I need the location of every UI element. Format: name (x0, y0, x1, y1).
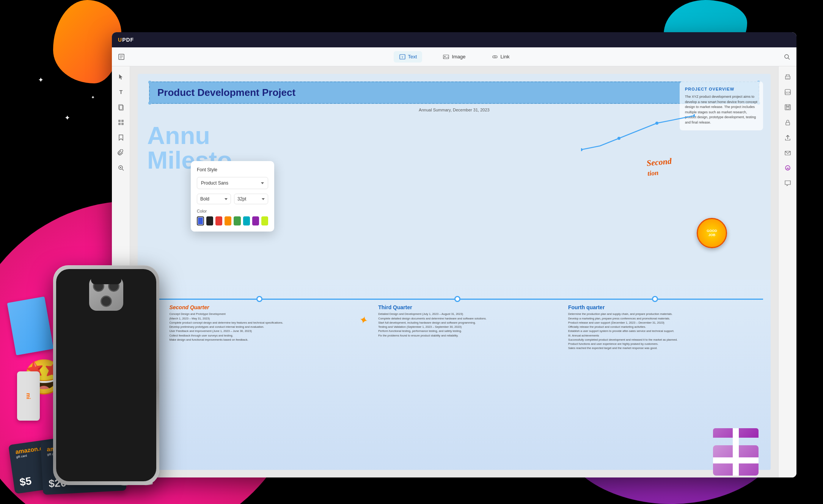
toolbar-left (118, 53, 125, 60)
svg-text:AI: AI (786, 167, 789, 170)
right-ocr-icon[interactable]: OCR (782, 86, 794, 98)
right-mail-icon[interactable] (782, 147, 794, 159)
color-swatch-black[interactable] (206, 216, 213, 225)
mi-label: mi (25, 393, 31, 399)
logo-accent: U (118, 37, 122, 43)
title-bar: UPDF (112, 32, 796, 47)
chart-svg (581, 112, 695, 157)
color-swatch-purple[interactable] (252, 216, 259, 225)
overview-title: PROJECT OVERVIEW (685, 87, 758, 91)
svg-point-23 (655, 122, 658, 125)
toolbar-link-item[interactable]: Link (486, 51, 515, 63)
right-comment-icon[interactable] (782, 177, 794, 189)
color-swatch-yellow-green[interactable] (261, 216, 268, 225)
color-swatch-orange[interactable] (225, 216, 231, 225)
color-swatch-red[interactable] (215, 216, 222, 225)
pdf-canvas: Product Development Project Annual Summa… (130, 66, 778, 477)
fourth-quarter-section: Fourth quarter Determine the production … (568, 304, 758, 350)
sidebar-zoom-icon[interactable] (115, 162, 127, 174)
color-label: Color (197, 209, 268, 213)
second-quarter-handwritten: Second tion (646, 156, 673, 178)
third-quarter-title: Third Quarter (378, 304, 530, 310)
toolbar-text-label: Text (408, 54, 417, 59)
fourth-quarter-body: Determine the production plan and supply… (568, 312, 758, 350)
right-lock-icon[interactable] (782, 116, 794, 128)
timeline-dot-2 (454, 296, 460, 302)
svg-point-24 (693, 114, 695, 117)
svg-text:OCR: OCR (785, 91, 791, 94)
sparkle-2: ✦ (64, 114, 70, 122)
text-icon: T (399, 53, 406, 60)
color-swatch-green[interactable] (234, 216, 240, 225)
second-quarter-body: Concept Design and Prototype Development… (169, 312, 321, 342)
pdf-title-box[interactable]: Product Development Project (149, 81, 759, 104)
svg-point-8 (785, 55, 788, 58)
svg-rect-30 (786, 107, 789, 109)
sparkle-3: ✦ (91, 95, 95, 100)
font-name-select[interactable]: Product Sans (197, 177, 268, 189)
svg-rect-6 (443, 55, 449, 59)
timeline-dot-3 (652, 296, 658, 302)
toolbar-image-label: Image (452, 54, 465, 59)
svg-text:T: T (119, 89, 123, 95)
link-icon (492, 53, 498, 60)
sparkle-1: ✦ (38, 76, 44, 84)
font-size-select[interactable]: 32pt (234, 194, 268, 204)
search-icon[interactable] (784, 53, 790, 60)
font-style-popup: Font Style Product Sans Bold 32pt (191, 161, 274, 232)
iphone-body (53, 265, 159, 485)
good-job-badge: GOODJOB (697, 218, 727, 248)
sidebar-text-icon[interactable]: T (115, 86, 127, 98)
deco-blob-orange (53, 0, 121, 83)
pdf-page: Product Development Project Annual Summa… (138, 74, 771, 470)
font-style-value: Bold (200, 196, 209, 202)
right-print-icon[interactable] (782, 71, 794, 83)
svg-line-18 (122, 169, 124, 171)
timeline-line (145, 299, 763, 300)
font-name-value: Product Sans (201, 180, 228, 186)
gift-body (713, 445, 759, 476)
good-job-text: GOODJOB (707, 229, 717, 237)
font-style-select[interactable]: Bold (197, 194, 231, 204)
toolbar-link-label: Link (501, 54, 510, 59)
svg-text:T: T (401, 56, 403, 59)
right-ai-icon[interactable]: AI (782, 162, 794, 174)
svg-rect-13 (118, 120, 121, 122)
iphone-notch (91, 276, 121, 284)
toolbar-right (784, 53, 790, 60)
sidebar-pages-icon[interactable] (115, 101, 127, 113)
toolbar-image-item[interactable]: Image (437, 51, 471, 63)
star-decoration: ✦ (358, 313, 369, 327)
style-select-chevron (225, 198, 228, 200)
svg-rect-15 (118, 123, 121, 125)
color-swatch-blue[interactable] (197, 216, 204, 225)
font-size-value: 32pt (237, 196, 246, 202)
svg-rect-26 (786, 78, 789, 79)
pages-icon[interactable] (118, 53, 125, 60)
font-style-row: Bold 32pt (197, 194, 268, 204)
sidebar-cursor-icon[interactable] (115, 71, 127, 83)
svg-rect-31 (786, 122, 790, 125)
fourth-quarter-title: Fourth quarter (568, 304, 758, 310)
mi-battery: mi (17, 371, 40, 421)
sidebar-attachment-icon[interactable] (115, 147, 127, 159)
iphone-device (53, 265, 159, 485)
svg-rect-14 (121, 120, 124, 122)
svg-rect-16 (121, 123, 124, 125)
svg-line-9 (788, 58, 790, 59)
color-row (197, 216, 268, 225)
sidebar-bookmark-icon[interactable] (115, 131, 127, 144)
pdf-title-text: Product Development Project (157, 87, 295, 98)
toolbar-text-item[interactable]: T Text (394, 51, 422, 63)
gift-box (713, 428, 759, 474)
popup-title: Font Style (197, 167, 268, 172)
gift-lid (713, 428, 759, 438)
color-swatch-teal[interactable] (243, 216, 250, 225)
svg-point-21 (581, 148, 583, 151)
image-icon (443, 53, 449, 60)
right-share-icon[interactable] (782, 131, 794, 144)
right-save-icon[interactable] (782, 101, 794, 113)
timeline-container: Second Quarter Concept Design and Protot… (138, 280, 771, 470)
third-quarter-section: Third Quarter Detailed Design and Develo… (378, 304, 530, 338)
sidebar-layout-icon[interactable] (115, 116, 127, 128)
